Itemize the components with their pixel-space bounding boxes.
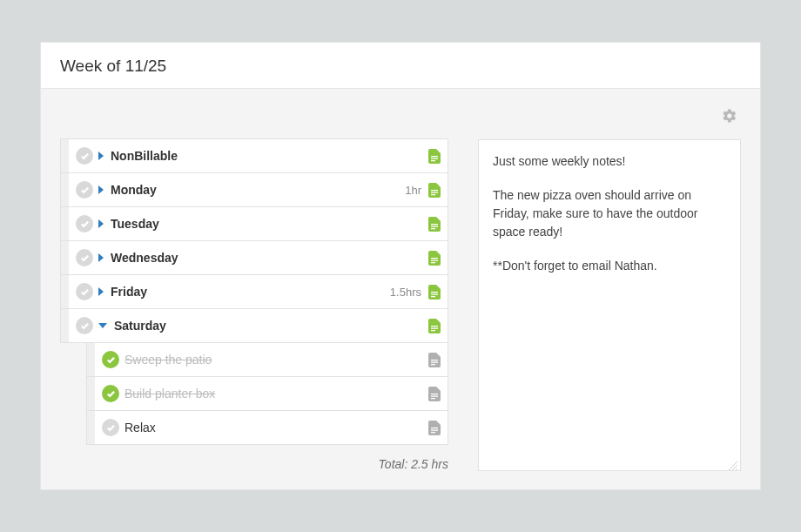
day-label: Wednesday [111, 251, 428, 265]
drag-handle-icon[interactable] [60, 274, 69, 309]
drag-handle-icon[interactable] [60, 308, 69, 343]
day-row-saturday[interactable]: Saturday [60, 308, 448, 343]
note-icon[interactable] [428, 183, 441, 198]
day-label: Monday [111, 183, 405, 197]
day-row-wednesday[interactable]: Wednesday [60, 240, 448, 275]
week-panel: Week of 11/25 NonBillable [40, 42, 761, 490]
day-label: NonBillable [111, 149, 428, 163]
saturday-tasks: Sweep the patio Build planter b [86, 342, 448, 445]
task-list: NonBillable Monday 1 [60, 139, 448, 471]
chevron-right-icon[interactable] [98, 185, 104, 194]
check-icon[interactable] [76, 317, 93, 334]
check-icon[interactable] [76, 215, 93, 232]
chevron-right-icon[interactable] [98, 287, 104, 296]
check-icon[interactable] [102, 385, 119, 402]
note-icon[interactable] [428, 217, 441, 232]
task-label: Build planter box [125, 387, 428, 401]
drag-handle-icon[interactable] [60, 172, 69, 207]
check-icon[interactable] [76, 147, 93, 165]
drag-handle-icon[interactable] [86, 376, 95, 411]
day-label: Saturday [114, 319, 428, 333]
task-row[interactable]: Sweep the patio [86, 342, 448, 377]
day-row-nonbillable[interactable]: NonBillable [60, 138, 448, 173]
chevron-down-icon[interactable] [98, 323, 107, 328]
drag-handle-icon[interactable] [60, 138, 69, 173]
notes-line: **Don't forget to email Nathan. [493, 257, 726, 275]
note-icon[interactable] [428, 285, 441, 300]
time-badge: 1hr [405, 184, 421, 197]
resize-handle-icon[interactable] [728, 458, 738, 468]
task-row[interactable]: Build planter box [86, 376, 448, 411]
task-row[interactable]: Relax [86, 410, 448, 445]
day-label: Friday [111, 285, 390, 299]
day-label: Tuesday [111, 217, 428, 231]
drag-handle-icon[interactable] [60, 206, 69, 241]
panel-body: NonBillable Monday 1 [41, 89, 760, 489]
note-icon[interactable] [428, 251, 441, 266]
drag-handle-icon[interactable] [86, 410, 95, 445]
check-icon[interactable] [102, 419, 119, 436]
total-label: Total: 2.5 hrs [60, 445, 448, 471]
chevron-right-icon[interactable] [98, 219, 104, 228]
check-icon[interactable] [76, 181, 93, 199]
note-icon[interactable] [428, 149, 441, 164]
time-badge: 1.5hrs [390, 286, 421, 299]
notes-line: The new pizza oven should arrive on Frid… [493, 186, 726, 241]
day-row-tuesday[interactable]: Tuesday [60, 206, 448, 241]
panel-title: Week of 11/25 [41, 43, 760, 89]
gear-icon[interactable] [722, 108, 737, 127]
task-label: Relax [125, 421, 428, 434]
note-icon[interactable] [428, 421, 441, 435]
task-label: Sweep the patio [125, 353, 428, 367]
note-icon[interactable] [428, 387, 441, 401]
notes-line: Just some weekly notes! [493, 152, 726, 171]
check-icon[interactable] [76, 283, 93, 300]
day-row-monday[interactable]: Monday 1hr [60, 172, 448, 207]
drag-handle-icon[interactable] [86, 342, 95, 377]
chevron-right-icon[interactable] [98, 152, 104, 160]
day-row-friday[interactable]: Friday 1.5hrs [60, 274, 448, 309]
content-row: NonBillable Monday 1 [60, 139, 741, 471]
chevron-right-icon[interactable] [98, 253, 104, 262]
notes-panel[interactable]: Just some weekly notes! The new pizza ov… [478, 139, 741, 471]
note-icon[interactable] [428, 353, 441, 367]
check-icon[interactable] [102, 351, 119, 368]
check-icon[interactable] [76, 249, 93, 266]
drag-handle-icon[interactable] [60, 240, 69, 275]
note-icon[interactable] [428, 319, 441, 333]
